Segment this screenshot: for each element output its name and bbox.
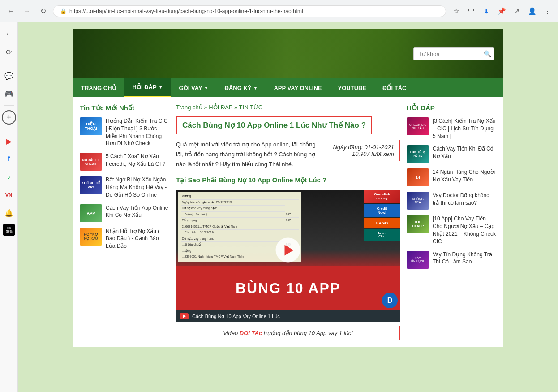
dang-ky-arrow: ▼ <box>253 86 258 90</box>
news-text-2: 5 Cách " Xóa" Nợ Xấu Fecredit, Nợ Xấu Là… <box>106 153 169 171</box>
related-text-2: Cách Vay Tiền Khi Đã Có Nợ Xấu <box>433 145 496 163</box>
forward-button[interactable]: → <box>21 5 33 17</box>
ad-credit: CreditNow! <box>364 204 400 217</box>
thumb-14-image: 14 <box>407 168 429 186</box>
thumb-tin-dung-image: VÀYTÍN DỤNG <box>407 251 429 269</box>
thumb-ngan-hang-image: KHÔNG HỀ VAY <box>80 176 102 194</box>
ad-azure: AzureChat <box>364 229 400 241</box>
related-text-4: Vay Doctor Đồng không trả thì có làm sao… <box>433 192 496 210</box>
notification-sidebar-icon[interactable]: 🔔 <box>2 206 16 220</box>
gamepass-icon[interactable]: 🎮 <box>2 86 16 101</box>
news-thumb-2: NỢ XẤU FE CREDIT <box>80 153 102 171</box>
video-ads-panel: One clickmoney CreditNow! EAGO AzureChat <box>364 190 400 241</box>
video-play-button[interactable] <box>276 238 300 263</box>
messenger-icon[interactable]: 💬 <box>2 69 16 83</box>
list-item[interactable]: ĐIỆN THOẠI Hướng Dẫn Kiểm Tra CIC [ Điện… <box>80 117 169 147</box>
nav-hoi-dap[interactable]: HỎI ĐÁP ▼ <box>124 78 171 97</box>
share-icon[interactable]: ↗ <box>511 5 523 17</box>
related-thumb-5: TOP10 APP <box>407 215 429 233</box>
thumb-check-image: CHECK CICNỢ XẤU <box>407 117 429 135</box>
list-item[interactable]: Cần Đủ BộHồ Sơ Cách Vay Tiền Khi Đã Có N… <box>407 145 496 163</box>
list-item[interactable]: KHÔNG HỀ VAY Bất Ngờ Bị Nợ Xấu Ngân Hàng… <box>80 176 169 198</box>
facebook-sidebar-icon[interactable]: f <box>2 152 16 166</box>
article-title: Cách Bùng Nợ 10 App Online 1 Lúc Như Thế… <box>182 121 366 130</box>
list-item[interactable]: APP Cách Vay Tiền App Online Khi Có Nợ X… <box>80 204 169 222</box>
video-caption-start: Video <box>223 330 240 336</box>
video-caption-highlight: DOI TAc <box>240 330 262 336</box>
nav-app-vay[interactable]: APP VAY ONLINE <box>266 79 330 97</box>
play-triangle <box>284 245 293 255</box>
article-views: 10,907 lượt xem <box>333 151 394 157</box>
list-item[interactable]: NỢ XẤU FE CREDIT 5 Cách " Xóa" Nợ Xấu Fe… <box>80 153 169 171</box>
related-text-3: 14 Ngân Hàng Cho Người Nợ Xấu Vay Tiền <box>433 168 496 186</box>
news-text-5: Nhận Hỗ Trợ Nợ Xấu ( Bao Đậu ) - Cảnh Bá… <box>106 228 169 250</box>
nav-trang-chu[interactable]: TRANG CHỦ <box>73 79 124 97</box>
right-sidebar: HỎI ĐÁP CHECK CICNỢ XẤU [3 Cách] Kiểm Tr… <box>407 104 496 340</box>
youtube-icon-small <box>180 313 189 319</box>
article-date: Ngày đăng: 01-01-2021 <box>333 144 394 151</box>
related-thumb-1: CHECK CICNỢ XẤU <box>407 117 429 135</box>
spotify-sidebar-icon[interactable]: ♪ <box>2 170 16 184</box>
news-text-1: Hướng Dẫn Kiểm Tra CIC [ Điện Thoại ] 3 … <box>106 117 169 147</box>
breadcrumb: Trang chủ » HỎI ĐÁP » TIN TỨC <box>176 104 400 111</box>
video-thumbnail[interactable]: Vương Ngày báo cáo gần nhất: 23/12/2019 … <box>176 190 400 310</box>
related-thumb-4: KHÔNGTRẢ <box>407 192 429 210</box>
thumb-cic-image: ĐIỆN THOẠI <box>80 117 102 135</box>
nav-youtube[interactable]: YOUTUBE <box>330 79 375 97</box>
url-text: https://...oi-dap/tin-tuc-moi-nhat-vay-t… <box>69 8 439 14</box>
vn-sidebar-icon[interactable]: VN <box>2 188 16 202</box>
download-icon[interactable]: ⬇ <box>480 5 493 17</box>
website-container: 🔍 TRANG CHỦ HỎI ĐÁP ▼ GÓI VAY ▼ ĐĂNG KÝ … <box>73 29 503 347</box>
content-layout: Tin Tức Mới Nhất ĐIỆN THOẠI Hướng Dẫn Ki… <box>73 97 503 347</box>
pin-icon[interactable]: 📌 <box>495 5 508 17</box>
news-text-4: Cách Vay Tiền App Online Khi Có Nợ Xấu <box>106 204 169 222</box>
address-bar[interactable]: 🔒 https://...oi-dap/tin-tuc-moi-nhat-vay… <box>53 5 446 17</box>
lock-icon: 🔒 <box>60 8 67 14</box>
sidebar-history-icon[interactable]: ⟳ <box>2 45 16 59</box>
back-button[interactable]: ← <box>4 5 17 17</box>
sidebar-back-icon[interactable]: ← <box>2 27 16 41</box>
related-thumb-6: VÀYTÍN DỤNG <box>407 251 429 269</box>
extension-icon[interactable]: 🛡 <box>465 5 477 17</box>
list-item[interactable]: TOP10 APP [10 App] Cho Vay Tiền Cho Ngườ… <box>407 215 496 245</box>
nav-goi-vay[interactable]: GÓI VAY ▼ <box>171 79 217 97</box>
bung-text: BÙNG 10 APP <box>236 280 340 297</box>
menu-icon[interactable]: ⋮ <box>541 5 554 17</box>
profile-icon[interactable]: 👤 <box>526 5 538 17</box>
sidebar-divider-2 <box>4 105 14 106</box>
list-item[interactable]: HỖ TRỢ NỢ XẤU Nhận Hỗ Trợ Nợ Xấu ( Bao Đ… <box>80 228 169 250</box>
article-meta-box: Ngày đăng: 01-01-2021 10,907 lượt xem <box>327 140 400 161</box>
browser-actions: ☆ 🛡 ⬇ 📌 ↗ 👤 ⋮ <box>450 5 554 17</box>
thumb-10app-image: TOP10 APP <box>407 215 429 233</box>
related-text-6: Vay Tín Dụng Không Trả Thì Có Làm Sao <box>433 251 496 269</box>
hoi-dap-arrow: ▼ <box>159 85 163 90</box>
thumb-app-image: APP <box>80 204 102 222</box>
list-item[interactable]: VÀYTÍN DỤNG Vay Tín Dụng Không Trả Thì C… <box>407 251 496 269</box>
article-subtitle: Tại Sao Phải Bùng Nợ 10 App Online Một L… <box>176 176 400 184</box>
navigation-bar: TRANG CHỦ HỎI ĐÁP ▼ GÓI VAY ▼ ĐĂNG KÝ ▼ … <box>73 78 503 97</box>
browser-chrome: ← → ↻ 🔒 https://...oi-dap/tin-tuc-moi-nh… <box>0 0 558 22</box>
search-input[interactable] <box>413 47 494 60</box>
refresh-button[interactable]: ↻ <box>37 5 49 17</box>
video-title-text: Cách Bùng Nợ 10 App Vay Online 1 Lúc <box>192 314 280 319</box>
nav-dang-ky[interactable]: ĐĂNG KÝ ▼ <box>217 79 266 97</box>
bookmark-icon[interactable]: ☆ <box>450 5 462 17</box>
sidebar-divider-1 <box>4 64 14 64</box>
news-section-title: Tin Tức Mới Nhất <box>80 104 169 112</box>
list-item[interactable]: 14 14 Ngân Hàng Cho Người Nợ Xấu Vay Tiề… <box>407 168 496 186</box>
news-thumb-1: ĐIỆN THOẠI <box>80 117 102 135</box>
add-sidebar-icon[interactable]: + <box>2 110 16 125</box>
nav-doi-tac[interactable]: ĐỐI TÁC <box>374 79 414 97</box>
tiktok-sidebar-icon[interactable]: TIK-50% <box>3 224 15 236</box>
list-item[interactable]: KHÔNGTRẢ Vay Doctor Đồng không trả thì c… <box>407 192 496 210</box>
thumb-no-xau-image: NỢ XẤU FE CREDIT <box>80 153 102 171</box>
youtube-sidebar-icon[interactable]: ▶ <box>2 134 16 148</box>
search-container: 🔍 <box>413 47 494 60</box>
ad-one-click: One clickmoney <box>364 190 400 203</box>
news-text-3: Bất Ngờ Bị Nợ Xấu Ngân Hàng Mà Không Hề … <box>106 176 169 198</box>
list-item[interactable]: CHECK CICNỢ XẤU [3 Cách] Kiểm Tra Nợ Xấu… <box>407 117 496 140</box>
browser-sidebar: ← ⟳ 💬 🎮 + ▶ f ♪ VN 🔔 TIK-50% <box>0 22 18 392</box>
related-thumb-3: 14 <box>407 168 429 186</box>
search-button[interactable]: 🔍 <box>484 50 491 57</box>
goi-vay-arrow: ▼ <box>204 86 209 90</box>
